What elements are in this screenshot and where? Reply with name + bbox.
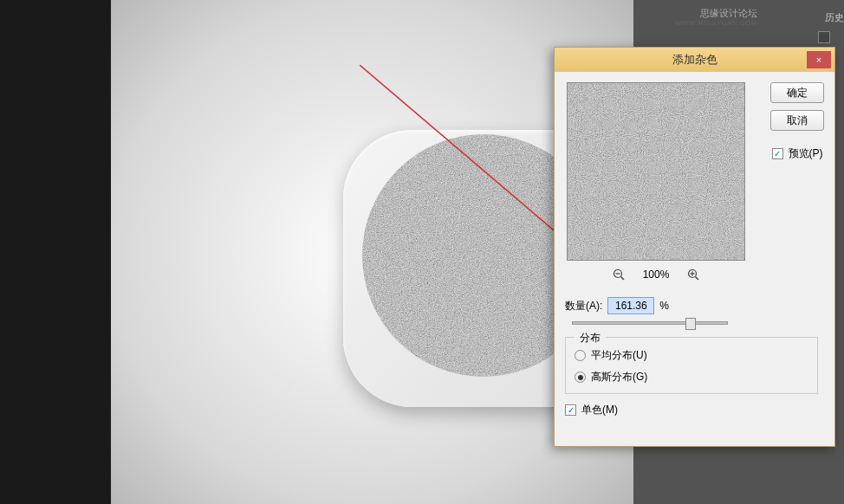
svg-line-8 (696, 277, 699, 281)
zoom-out-icon (613, 268, 625, 281)
amount-slider-thumb[interactable] (685, 318, 696, 330)
watermark-url: WWW.MISSYUAN.COM (675, 19, 757, 27)
amount-label: 数量(A): (565, 299, 602, 313)
distribution-legend: 分布 (575, 331, 606, 346)
dialog-titlebar[interactable]: 添加杂色 × (555, 48, 834, 72)
zoom-out-button[interactable] (612, 268, 626, 281)
panel-swatch (818, 31, 830, 43)
preview-box (567, 82, 745, 261)
gaussian-radio-row[interactable]: 高斯分布(G) (575, 370, 808, 384)
amount-unit: % (659, 300, 669, 312)
watermark-text: 思缘设计论坛 (700, 7, 757, 20)
monochrome-checkbox-row[interactable]: ✓ 单色(M) (565, 403, 824, 417)
monochrome-label: 单色(M) (581, 403, 618, 417)
monochrome-checkbox[interactable]: ✓ (565, 404, 576, 416)
close-icon: × (816, 55, 821, 65)
svg-line-5 (620, 277, 624, 281)
close-button[interactable]: × (807, 51, 831, 68)
svg-rect-3 (568, 83, 744, 260)
amount-slider[interactable] (572, 321, 728, 325)
zoom-in-icon (687, 268, 699, 281)
gaussian-radio-dot (578, 375, 583, 380)
zoom-in-button[interactable] (686, 268, 700, 281)
zoom-percent: 100% (643, 268, 670, 281)
gaussian-label: 高斯分布(G) (591, 370, 647, 384)
distribution-fieldset: 分布 平均分布(U) 高斯分布(G) (565, 337, 818, 394)
uniform-radio[interactable] (575, 350, 586, 361)
gaussian-radio[interactable] (575, 372, 586, 383)
history-tab-label[interactable]: 历史 (825, 11, 844, 24)
uniform-radio-row[interactable]: 平均分布(U) (575, 348, 808, 363)
dialog-title: 添加杂色 (672, 52, 717, 68)
uniform-label: 平均分布(U) (591, 348, 647, 363)
amount-input[interactable] (607, 297, 654, 314)
add-noise-dialog: 添加杂色 × 确定 取消 ✓ 预览(P) (554, 47, 835, 447)
